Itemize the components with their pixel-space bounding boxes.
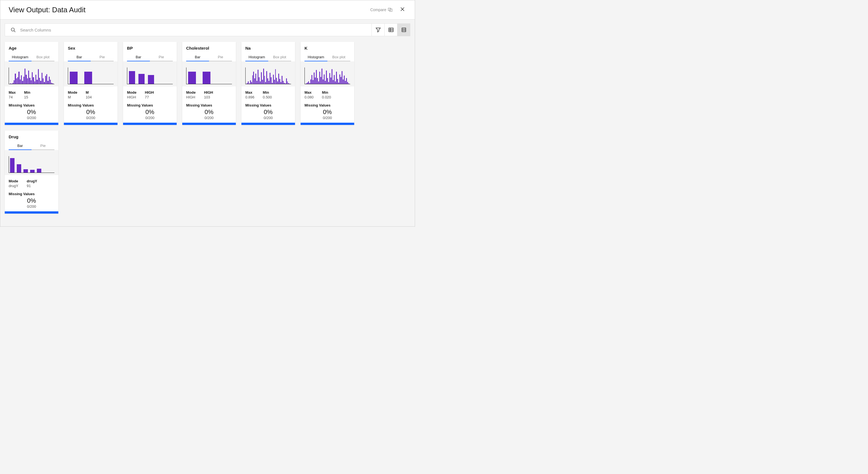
histogram-bar	[323, 79, 323, 84]
search-input[interactable]	[20, 28, 366, 32]
missing-frac: 0/200	[182, 116, 236, 120]
bar-chart	[9, 156, 55, 173]
column-card: DrugBarPieModedrugYdrugY91Missing Values…	[5, 131, 58, 213]
missing-frac: 0/200	[123, 116, 177, 120]
missing-pct: 0%	[64, 108, 118, 116]
histogram-bar	[335, 81, 336, 84]
histogram-bar	[346, 78, 347, 84]
stat-block: Max0.896	[245, 90, 254, 99]
stat-value: 74	[9, 95, 16, 99]
histogram-bar	[250, 80, 251, 84]
missing-frac: 0/200	[301, 116, 354, 120]
tab-bar[interactable]: Bar	[127, 53, 150, 61]
histogram-bar	[314, 72, 314, 84]
histogram-bar	[265, 82, 266, 84]
histogram-bar	[275, 69, 276, 84]
histogram-bar	[308, 81, 309, 84]
search-icon	[10, 27, 16, 32]
histogram-bar	[306, 83, 307, 84]
histogram-bar	[258, 70, 258, 84]
histogram-bar	[273, 75, 274, 84]
column-card: SexBarPieModeMM104Missing Values0%0/200	[64, 42, 118, 125]
tab-pie[interactable]: Pie	[32, 142, 55, 150]
histogram-bar	[269, 81, 269, 84]
histogram-bar	[26, 75, 27, 84]
tab-boxplot[interactable]: Box plot	[32, 53, 55, 61]
missing-label: Missing Values	[64, 101, 118, 108]
histogram-bar	[329, 73, 330, 84]
histogram-bar	[27, 78, 28, 84]
svg-rect-10	[402, 28, 406, 32]
histogram-bar	[270, 73, 271, 84]
chart-area	[123, 61, 177, 87]
page-title: View Output: Data Audit	[9, 6, 86, 14]
stat-label: Mode	[9, 179, 19, 183]
histogram-bar	[288, 83, 289, 84]
tab-pie[interactable]: Pie	[91, 53, 114, 61]
histogram-bar	[344, 75, 345, 84]
histogram-bar	[328, 82, 329, 84]
histogram-bar	[255, 74, 256, 84]
histogram-bar	[318, 81, 319, 84]
histogram-bar	[345, 81, 346, 84]
bar	[24, 169, 28, 173]
tab-histogram[interactable]: Histogram	[305, 53, 328, 61]
histogram-bar	[39, 78, 40, 84]
compare-label: Compare	[370, 7, 386, 12]
tab-pie[interactable]: Pie	[209, 53, 232, 61]
tab-boxplot[interactable]: Box plot	[268, 53, 291, 61]
histogram-bar	[254, 78, 255, 84]
card-accent-bar	[241, 123, 295, 125]
stat-block: Max74	[9, 90, 16, 99]
compare-button[interactable]: Compare	[370, 7, 393, 12]
bar-chart	[68, 67, 114, 84]
tab-bar[interactable]: Bar	[9, 142, 32, 150]
chart-area	[64, 61, 118, 87]
histogram-bar	[253, 72, 254, 84]
histogram-bar	[262, 80, 263, 84]
card-view-button[interactable]	[397, 24, 410, 36]
bar	[10, 158, 14, 173]
tab-histogram[interactable]: Histogram	[245, 53, 268, 61]
tab-pie[interactable]: Pie	[150, 53, 173, 61]
histogram-bar	[260, 81, 261, 84]
histogram-bar	[41, 73, 42, 84]
histogram-bar	[310, 79, 311, 84]
histogram-bar	[15, 74, 16, 84]
tab-bar[interactable]: Bar	[186, 53, 209, 61]
close-button[interactable]	[399, 5, 406, 14]
table-icon	[389, 27, 394, 32]
missing-pct: 0%	[301, 108, 354, 116]
missing-value: 0%0/200	[182, 108, 236, 123]
table-view-button[interactable]	[384, 24, 397, 36]
histogram-bar	[286, 78, 287, 84]
stat-block: Max0.080	[305, 90, 314, 99]
filter-button[interactable]	[372, 24, 384, 36]
histogram-bar	[38, 69, 39, 84]
histogram-chart	[305, 67, 350, 84]
svg-line-5	[14, 31, 16, 32]
histogram-bar	[264, 76, 265, 84]
bar-chart	[186, 67, 232, 84]
tab-histogram[interactable]: Histogram	[9, 53, 32, 61]
stat-block: ModedrugY	[9, 179, 19, 188]
histogram-bar	[263, 69, 264, 84]
missing-value: 0%0/200	[301, 108, 354, 123]
tab-boxplot[interactable]: Box plot	[328, 53, 350, 61]
column-card: BPBarPieModeHIGHHIGH77Missing Values0%0/…	[123, 42, 177, 125]
stat-block: M104	[86, 90, 92, 99]
histogram-bar	[317, 78, 318, 84]
histogram-bar	[20, 79, 21, 84]
histogram-bar	[252, 75, 253, 84]
missing-label: Missing Values	[241, 101, 295, 108]
histogram-bar	[284, 83, 285, 84]
histogram-bar	[29, 78, 30, 84]
tab-bar[interactable]: Bar	[68, 53, 91, 61]
histogram-bar	[342, 71, 342, 84]
histogram-bar	[40, 81, 41, 84]
view-buttons	[372, 24, 410, 36]
card-accent-bar	[5, 211, 58, 213]
search-wrap	[5, 24, 372, 36]
card-accent-bar	[64, 123, 118, 125]
stat-block: ModeHIGH	[127, 90, 136, 99]
